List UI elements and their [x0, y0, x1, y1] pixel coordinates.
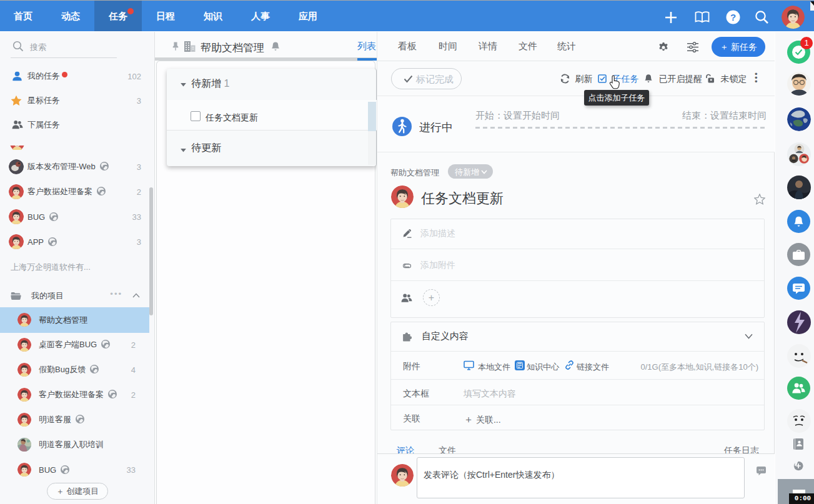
svg-text:?: ? [730, 12, 736, 22]
